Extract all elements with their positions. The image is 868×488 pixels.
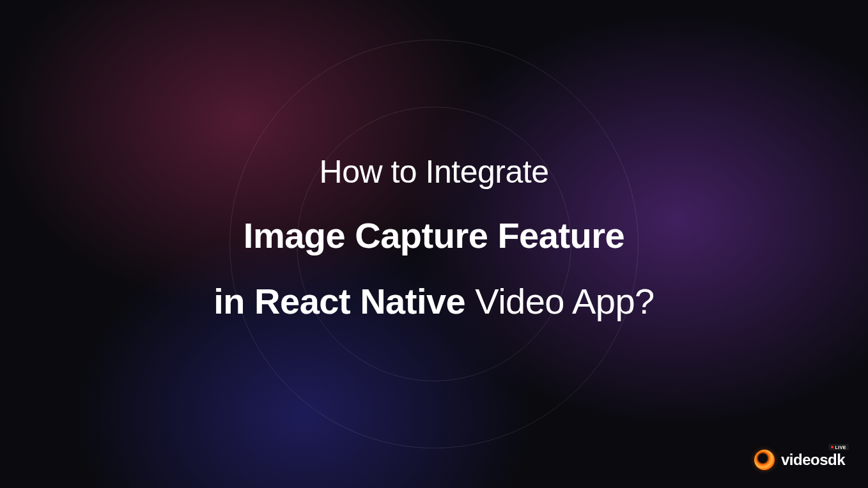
live-badge: LIVE (828, 444, 849, 450)
heading-line-3-light: Video App? (465, 281, 655, 321)
hero-content: How to Integrate Image Capture Feature i… (0, 0, 868, 488)
brand-logo: videosdk LIVE (754, 450, 845, 470)
heading-line-1: How to Integrate (320, 153, 549, 190)
heading-line-3-bold: in React Native (213, 281, 465, 321)
brand-name: videosdk (781, 451, 845, 469)
heading-line-2: Image Capture Feature (244, 215, 624, 256)
heading-line-3: in React Native Video App? (213, 280, 655, 322)
videosdk-logo-icon (754, 450, 775, 470)
live-badge-text: LIVE (835, 445, 846, 450)
live-dot-icon (831, 446, 833, 448)
